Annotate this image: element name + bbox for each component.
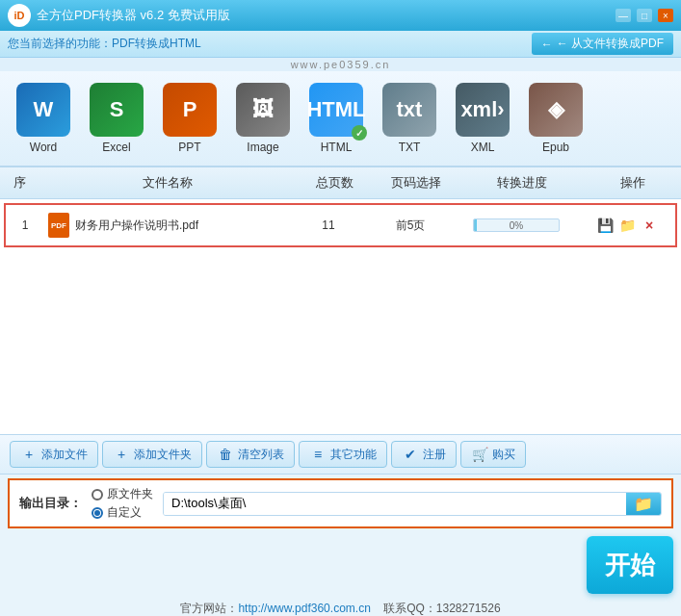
table-row: 1 PDF 财务用户操作说明书.pdf 11 前5页 0% 💾 📁 × [4,203,677,247]
col-pages: 总页数 [296,172,373,193]
other-func-button[interactable]: ≡其它功能 [299,441,387,468]
func-label-image: Image [247,141,278,154]
start-button[interactable]: 开始 [587,536,673,594]
col-page-select: 页码选择 [373,172,459,193]
cell-progress: 0% [454,217,579,234]
toolbar-strip: 您当前选择的功能：PDF转换成HTML ← ← 从文件转换成PDF [0,31,681,58]
func-label-epub: Epub [542,141,569,154]
func-item-image[interactable]: 🖼 Image [229,79,297,158]
func-label-excel: Excel [102,141,130,154]
add-file-icon: + [20,446,38,463]
col-op: 操作 [585,172,681,193]
add-file-button[interactable]: +添加文件 [10,441,98,468]
footer: 官方网站：http://www.pdf360.com.cn 联系QQ：13282… [0,598,681,616]
func-item-word[interactable]: W Word [10,79,77,158]
func-icon-xml: xml› [456,83,510,137]
start-label: 开始 [605,549,655,582]
function-icons-row: W Word S Excel P PPT 🖼 Image HT [0,71,681,167]
minimize-button[interactable]: — [616,9,631,22]
func-label-txt: TXT [399,141,421,154]
func-prefix: 您当前选择的功能： [8,37,112,50]
func-item-txt[interactable]: txt TXT [376,79,443,158]
clear-list-button[interactable]: 🗑清空列表 [206,441,295,468]
add-folder-icon: + [113,446,130,463]
other-func-icon: ≡ [309,446,327,463]
titlebar: iD 全方位PDF转换器 v6.2 免费试用版 — □ × [0,0,681,31]
func-icon-image: 🖼 [236,83,290,137]
func-label-xml: XML [471,141,495,154]
buy-icon: 🛒 [471,446,488,463]
cell-pages: 11 [290,217,367,234]
func-label-ppt: PPT [178,141,200,154]
badge-check: ✓ [352,125,367,141]
col-seq: 序 [0,172,39,193]
from-file-label: ← 从文件转换成PDF [557,36,664,52]
cell-page-select: 前5页 [367,216,454,236]
output-path-input[interactable] [164,493,626,515]
action-button-bar: +添加文件+添加文件夹🗑清空列表≡其它功能✔注册🛒购买 [0,434,681,475]
radio-original-label: 原文件夹 [107,486,153,502]
arrow-icon: ← [541,38,553,51]
func-icon-ppt: P [163,83,217,137]
func-icon-html: HTML ✓ [309,83,363,137]
progress-bar-wrap: 0% [473,218,560,232]
window-controls: — □ × [616,9,673,22]
op-save-button[interactable]: 💾 [595,216,615,235]
op-buttons: 💾 📁 × [595,216,659,235]
website-link[interactable]: http://www.pdf360.com.cn [238,602,370,615]
output-label: 输出目录： [19,495,82,512]
output-dir-section: 输出目录： 原文件夹 自定义 📁 [8,478,673,528]
app-title: 全方位PDF转换器 v6.2 免费试用版 [37,7,616,24]
qq-number: 1328271526 [436,602,501,615]
buy-button[interactable]: 🛒购买 [460,441,526,468]
output-radio-group: 原文件夹 自定义 [92,486,153,521]
bottom-section: 开始 [0,532,681,598]
func-icon-excel: S [90,83,144,137]
radio-original-folder[interactable]: 原文件夹 [92,486,153,502]
clear-list-icon: 🗑 [217,446,234,463]
func-name: PDF转换成HTML [112,37,201,50]
current-func-label: 您当前选择的功能：PDF转换成HTML [8,36,532,52]
qq-label: 联系QQ： [383,602,436,615]
cell-filename: PDF 财务用户操作说明书.pdf [44,211,290,240]
radio-dot [94,510,100,516]
register-icon: ✔ [402,446,419,463]
file-table: 序 文件名称 总页数 页码选择 转换进度 操作 1 PDF 财务用户操作说明书.… [0,167,681,434]
func-icon-epub: ◈ [529,83,583,137]
watermark: www.pe0359.cn [0,58,681,71]
func-icon-word: W [16,83,70,137]
from-file-button[interactable]: ← ← 从文件转换成PDF [532,33,673,55]
func-item-ppt[interactable]: P PPT [156,79,223,158]
func-icon-txt: txt [382,83,436,137]
cell-op: 💾 📁 × [579,214,675,237]
func-label-html: HTML [321,141,353,154]
func-item-html[interactable]: HTML ✓ HTML [302,79,370,158]
op-folder-button[interactable]: 📁 [617,216,637,235]
maximize-button[interactable]: □ [637,9,652,22]
radio-circle-custom [92,507,103,519]
radio-custom-label: 自定义 [107,504,142,521]
output-path-wrap: 📁 [163,492,662,516]
table-header: 序 文件名称 总页数 页码选择 转换进度 操作 [0,167,681,199]
func-label-word: Word [30,141,57,154]
register-button[interactable]: ✔注册 [391,441,457,468]
table-body: 1 PDF 财务用户操作说明书.pdf 11 前5页 0% 💾 📁 × [0,203,681,434]
func-item-xml[interactable]: xml› XML [449,79,516,158]
func-item-excel[interactable]: S Excel [83,79,150,158]
browse-button[interactable]: 📁 [626,493,661,515]
close-button[interactable]: × [658,9,673,22]
logo-text: iD [14,10,25,21]
radio-custom[interactable]: 自定义 [92,504,153,521]
website-label: 官方网站： [180,602,238,615]
radio-circle-original [92,489,103,500]
add-folder-button[interactable]: +添加文件夹 [102,441,202,468]
cell-seq: 1 [6,217,44,234]
func-item-epub[interactable]: ◈ Epub [522,79,589,158]
folder-icon: 📁 [634,495,653,513]
op-delete-button[interactable]: × [640,216,659,235]
col-filename: 文件名称 [39,172,296,193]
filename-text: 财务用户操作说明书.pdf [75,218,198,234]
progress-label: 0% [474,219,559,231]
col-progress: 转换进度 [459,172,585,193]
pdf-icon: PDF [48,213,69,238]
